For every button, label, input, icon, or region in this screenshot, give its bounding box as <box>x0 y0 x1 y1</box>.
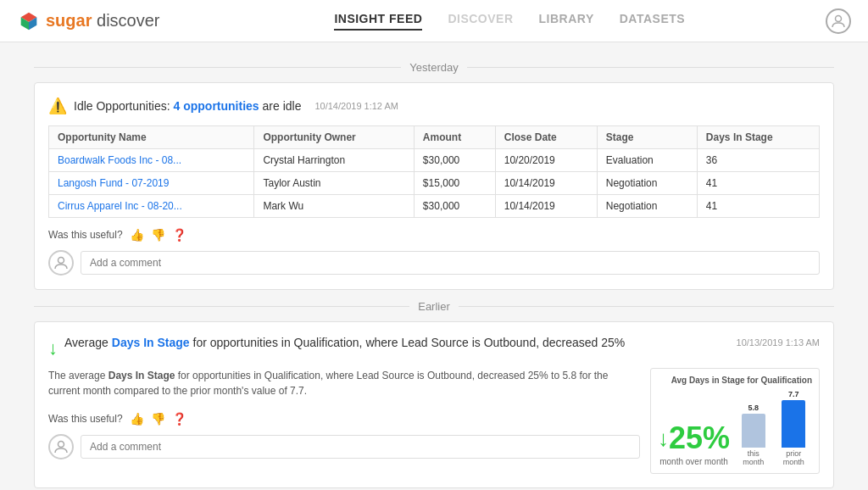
card2-comment-row <box>48 434 640 459</box>
opp-closedate-1: 10/20/2019 <box>495 149 597 172</box>
this-month-bar: 5.8 this month <box>737 404 771 466</box>
help-icon-2[interactable]: ❓ <box>172 412 186 426</box>
comment-input-1[interactable] <box>81 251 820 275</box>
header: sugar discover INSIGHT FEED DISCOVER LIB… <box>0 0 868 42</box>
opp-days-2: 41 <box>697 172 819 195</box>
nav-datasets[interactable]: DATASETS <box>620 12 685 31</box>
card2-chart: Avg Days in Stage for Qualification ↓ 25… <box>650 368 820 474</box>
decrease-arrow-icon: ↓ <box>48 337 58 359</box>
col-amount: Amount <box>414 126 495 149</box>
opp-owner-1: Crystal Harrington <box>254 149 414 172</box>
user-icon <box>832 14 845 28</box>
logo-sugar: sugar <box>46 11 92 30</box>
prior-month-bar: 7.7 prior month <box>776 390 812 466</box>
svg-point-5 <box>58 442 64 448</box>
svg-point-4 <box>58 258 64 264</box>
card1-alert-title: Idle Opportunities: <box>74 99 170 113</box>
section-yesterday-label: Yesterday <box>409 61 458 74</box>
insight-prefix: Average <box>64 336 108 349</box>
user-avatar-button[interactable] <box>826 8 851 34</box>
col-days: Days In Stage <box>697 126 819 149</box>
this-month-value: 5.8 <box>748 404 760 412</box>
chart-percent-area: ↓ 25% month over month <box>658 423 730 466</box>
logo: sugar discover <box>17 9 160 33</box>
card1-header: ⚠️ Idle Opportunities: 4 opportunities a… <box>48 97 820 115</box>
opp-name-2[interactable]: Langosh Fund - 07-2019 <box>49 172 254 195</box>
opp-amount-3: $30,000 <box>414 195 495 218</box>
section-yesterday: Yesterday <box>34 61 834 74</box>
prior-month-bar-shape <box>782 400 805 448</box>
col-close-date: Close Date <box>495 126 597 149</box>
col-opp-owner: Opportunity Owner <box>254 126 414 149</box>
nav-insight-feed[interactable]: INSIGHT FEED <box>334 12 422 31</box>
comment-input-2[interactable] <box>81 435 640 459</box>
card1-highlight[interactable]: 4 opportunities <box>174 99 259 113</box>
opp-closedate-3: 10/14/2019 <box>495 195 597 218</box>
opp-amount-1: $30,000 <box>414 149 495 172</box>
table-row: Boardwalk Foods Inc - 08... Crystal Harr… <box>49 149 820 172</box>
header-right <box>826 8 851 34</box>
thumbs-down-icon-1[interactable]: 👎 <box>151 228 165 242</box>
feedback-label-2: Was this useful? <box>48 413 123 425</box>
section-earlier-label: Earlier <box>418 300 450 313</box>
col-opp-name: Opportunity Name <box>49 126 254 149</box>
this-month-label: this month <box>737 449 771 466</box>
card-days-in-stage: ↓ Average Days In Stage for opportunitie… <box>34 321 834 488</box>
opp-stage-2: Negotiation <box>597 172 697 195</box>
card1-timestamp: 10/14/2019 1:12 AM <box>314 101 398 111</box>
card2-body: The average Days In Stage for opportunit… <box>48 368 820 474</box>
svg-point-3 <box>836 15 842 21</box>
main-content: Yesterday ⚠️ Idle Opportunities: 4 oppor… <box>0 42 868 490</box>
thumbs-down-icon-2[interactable]: 👎 <box>151 412 165 426</box>
opp-owner-3: Mark Wu <box>254 195 414 218</box>
opp-owner-2: Taylor Austin <box>254 172 414 195</box>
chart-percent: 25% <box>669 423 730 454</box>
opp-days-3: 41 <box>697 195 819 218</box>
opp-name-1[interactable]: Boardwalk Foods Inc - 08... <box>49 149 254 172</box>
logo-discover: discover <box>97 11 159 30</box>
opp-days-1: 36 <box>697 149 819 172</box>
card1-table: Opportunity Name Opportunity Owner Amoun… <box>48 125 820 218</box>
section-earlier: Earlier <box>34 300 834 313</box>
nav-library[interactable]: LIBRARY <box>539 12 594 31</box>
insight-highlight1: Days In Stage <box>112 336 193 349</box>
card2-timestamp: 10/13/2019 1:13 AM <box>737 337 820 348</box>
opp-amount-2: $15,000 <box>414 172 495 195</box>
insight-middle: for opportunities in Qualification, wher… <box>193 336 626 349</box>
avatar-icon-2 <box>54 440 68 454</box>
card1-comment-row <box>48 250 820 276</box>
opp-closedate-2: 10/14/2019 <box>495 172 597 195</box>
prior-month-value: 7.7 <box>788 390 799 398</box>
logo-icon <box>17 9 41 33</box>
chart-bars: 5.8 this month 7.7 prior month <box>737 390 812 466</box>
prior-month-label: prior month <box>776 449 812 466</box>
opp-stage-1: Evaluation <box>597 149 697 172</box>
card-idle-4: ⚠️ Idle Opportunities: 4 opportunities a… <box>34 82 834 290</box>
chart-title: Avg Days in Stage for Qualification <box>658 376 812 385</box>
decrease-arrow-large: ↓ <box>658 426 669 452</box>
opp-name-3[interactable]: Cirrus Apparel Inc - 08-20... <box>49 195 254 218</box>
nav-discover[interactable]: DISCOVER <box>448 12 513 31</box>
warning-icon: ⚠️ <box>48 97 67 115</box>
chart-inner: ↓ 25% month over month 5.8 this month 7.… <box>658 390 812 466</box>
main-nav: INSIGHT FEED DISCOVER LIBRARY DATASETS <box>194 12 826 31</box>
feedback-label-1: Was this useful? <box>48 229 123 241</box>
comment-avatar-2 <box>48 434 74 459</box>
this-month-bar-shape <box>742 414 765 448</box>
help-icon-1[interactable]: ❓ <box>172 228 186 242</box>
thumbs-up-icon-1[interactable]: 👍 <box>130 228 144 242</box>
card1-alert-suffix: are idle <box>263 99 302 113</box>
opp-stage-3: Negotiation <box>597 195 697 218</box>
avatar-icon-1 <box>54 256 68 270</box>
card1-feedback: Was this useful? 👍 👎 ❓ <box>48 228 820 242</box>
comment-avatar-1 <box>48 250 74 276</box>
card2-description: The average Days In Stage for opportunit… <box>48 368 640 398</box>
col-stage: Stage <box>597 126 697 149</box>
month-over-month-label: month over month <box>659 457 728 466</box>
card2-description-area: The average Days In Stage for opportunit… <box>48 368 640 474</box>
thumbs-up-icon-2[interactable]: 👍 <box>130 412 144 426</box>
card2-feedback: Was this useful? 👍 👎 ❓ <box>48 412 640 426</box>
table-row: Langosh Fund - 07-2019 Taylor Austin $15… <box>49 172 820 195</box>
table-row: Cirrus Apparel Inc - 08-20... Mark Wu $3… <box>49 195 820 218</box>
